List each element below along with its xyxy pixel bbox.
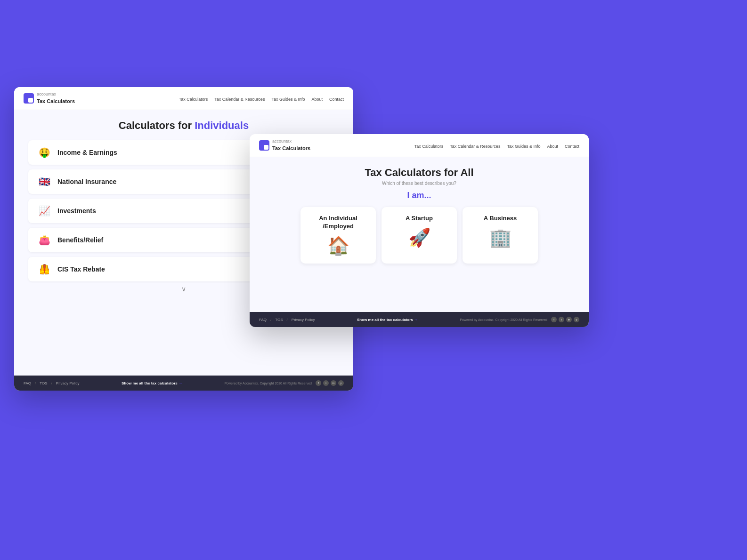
nav-link-tax-calc[interactable]: Tax Calculators [179,97,208,102]
card-business-title: A Business [484,215,517,223]
investments-icon: 📈 [38,205,51,216]
logo-text-right: accountax Tax Calculators [272,139,310,152]
nav-link-about[interactable]: About [311,97,323,102]
footer-cta-text: Show me all the tax calculators [122,381,178,385]
card-individual-title: An Individual /Employed [306,215,370,231]
nav-link-guides[interactable]: Tax Guides & Info [271,97,305,102]
footer-faq[interactable]: FAQ [24,381,31,385]
social-r-in[interactable]: in [566,317,572,322]
social-r-tw[interactable]: t [559,317,564,322]
footer-r-cta-text: Show me all the tax calculators [357,318,413,322]
footer-sep1: / [35,381,36,385]
logo-sub-right: accountax [272,139,310,144]
footer-left: FAQ / TOS / Privacy Policy Show me all t… [14,376,353,391]
cis-icon: 🦺 [38,264,51,275]
social-r-yt[interactable]: y [574,317,579,322]
benefits-label: Benefits/Relief [57,236,103,244]
social-icons-right: f t in y [551,317,579,322]
hero-iam: I am... [407,191,431,200]
footer-cta-right[interactable]: Show me all the tax calculators → [357,318,418,322]
footer-r-sep2: / [287,318,288,322]
benefits-icon: 👛 [38,234,51,246]
card-business[interactable]: A Business 🏢 [463,207,538,264]
card-individual[interactable]: An Individual /Employed 🏠 [300,207,376,264]
nav-r-link-guides[interactable]: Tax Guides & Info [507,144,540,149]
card-business-emoji: 🏢 [489,227,512,248]
nav-r-link-about[interactable]: About [547,144,558,149]
footer-r-privacy[interactable]: Privacy Policy [292,318,315,322]
footer-links-left: FAQ / TOS / Privacy Policy [24,381,80,385]
social-icons-left: f t in y [316,380,344,386]
cis-label: CIS Tax Rebate [57,265,105,273]
page-title-left: Calculators for Individuals [28,120,339,132]
card-startup[interactable]: A Startup 🚀 [382,207,457,264]
footer-cta-left[interactable]: Show me all the tax calculators → [122,381,182,385]
user-type-cards: An Individual /Employed 🏠 A Startup 🚀 A … [264,207,575,264]
footer-r-powered: Powered by Accountax. Copyright 2020 All… [460,318,547,321]
income-label: Income & Earnings [57,149,117,156]
footer-tos[interactable]: TOS [40,381,47,385]
footer-r-sep1: / [270,318,271,322]
social-fb[interactable]: f [316,380,321,386]
logo-icon-right [259,140,269,151]
footer-powered: Powered by Accountax. Copyright 2020 All… [224,382,312,385]
ni-label: National Insurance [57,178,116,185]
logo-right: accountax Tax Calculators [259,139,310,152]
hero-section: Tax Calculators for All Which of these b… [250,157,589,312]
logo-brand-left: Tax Calculators [37,98,75,104]
nav-links-left: Tax Calculators Tax Calendar & Resources… [179,94,344,103]
footer-r-tos[interactable]: TOS [275,318,283,322]
nav-r-link-calendar[interactable]: Tax Calendar & Resources [450,144,500,149]
footer-r-faq[interactable]: FAQ [259,318,267,322]
nav-link-calendar[interactable]: Tax Calendar & Resources [214,97,265,102]
footer-sep2: / [51,381,52,385]
logo-sub-left: accountax [37,92,75,96]
card-startup-emoji: 🚀 [408,227,430,248]
footer-right-right: Powered by Accountax. Copyright 2020 All… [460,317,579,322]
nav-bar-right: accountax Tax Calculators Tax Calculator… [250,134,589,157]
footer-privacy[interactable]: Privacy Policy [56,381,80,385]
social-tw[interactable]: t [323,380,329,386]
logo-text-left: accountax Tax Calculators [37,92,75,105]
nav-link-contact[interactable]: Contact [329,97,344,102]
footer-cta-arrow: → [179,381,182,385]
social-yt[interactable]: y [338,380,344,386]
social-in[interactable]: in [331,380,336,386]
nav-r-link-tax-calc[interactable]: Tax Calculators [414,144,444,149]
footer-right: FAQ / TOS / Privacy Policy Show me all t… [250,312,589,327]
hero-subtitle: Which of these best describes you? [382,181,456,186]
card-startup-title: A Startup [406,215,433,223]
card-individual-emoji: 🏠 [327,235,349,256]
hero-title: Tax Calculators for All [365,167,473,179]
logo-left: accountax Tax Calculators [24,92,75,105]
footer-links-right: FAQ / TOS / Privacy Policy [259,318,315,322]
footer-right-left: Powered by Accountax. Copyright 2020 All… [224,380,344,386]
logo-icon-left [24,93,34,104]
social-r-fb[interactable]: f [551,317,557,322]
logo-brand-right: Tax Calculators [272,145,310,151]
window-all: accountax Tax Calculators Tax Calculator… [250,134,589,327]
footer-r-cta-arrow: → [414,318,418,322]
income-icon: 🤑 [38,147,51,158]
nav-bar-left: accountax Tax Calculators Tax Calculator… [14,87,353,110]
ni-icon: 🇬🇧 [38,176,51,187]
nav-links-right: Tax Calculators Tax Calendar & Resources… [414,141,579,150]
investments-label: Investments [57,207,96,215]
nav-r-link-contact[interactable]: Contact [565,144,579,149]
